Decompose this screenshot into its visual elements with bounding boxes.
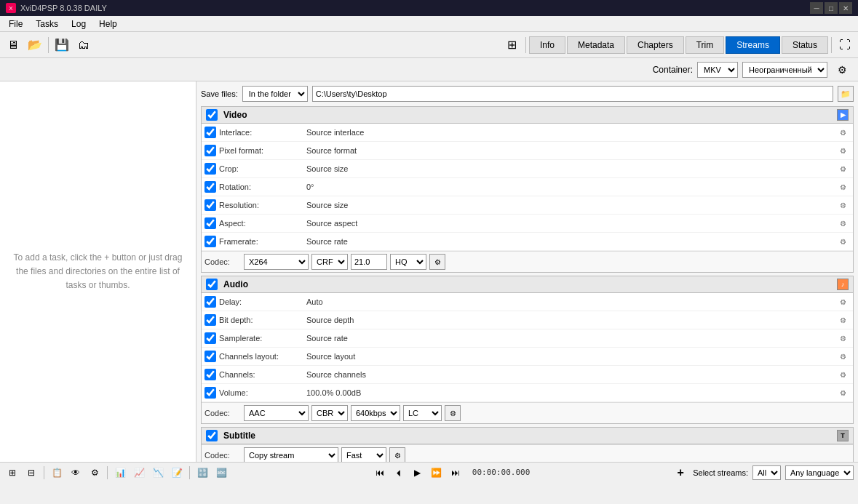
- crop-checkbox[interactable]: [204, 163, 216, 175]
- aspect-settings[interactable]: ⚙: [835, 216, 850, 231]
- aspect-checkbox[interactable]: [204, 217, 216, 229]
- video-codec-settings-button[interactable]: ⚙: [429, 254, 445, 270]
- tab-streams[interactable]: Streams: [726, 36, 780, 54]
- subtitle-preset-select[interactable]: Fast Normal Slow: [341, 447, 386, 462]
- bottom-list-view-button[interactable]: ⊞: [4, 465, 20, 481]
- open-button[interactable]: 📂: [25, 35, 45, 55]
- channels-checkbox[interactable]: [204, 369, 216, 380]
- save-button[interactable]: 💾: [52, 35, 72, 55]
- menu-tasks[interactable]: Tasks: [30, 17, 64, 31]
- video-quality-input[interactable]: [351, 254, 387, 270]
- tab-metadata[interactable]: Metadata: [567, 36, 625, 54]
- video-preset-select[interactable]: HQ Fast Slow: [390, 254, 426, 270]
- crop-label: Crop:: [219, 164, 306, 173]
- view-button[interactable]: ⊞: [502, 35, 523, 55]
- volume-checkbox[interactable]: [204, 387, 216, 399]
- bit-depth-settings[interactable]: ⚙: [835, 313, 850, 327]
- interlace-checkbox[interactable]: [204, 127, 216, 138]
- crop-settings[interactable]: ⚙: [835, 161, 850, 176]
- video-codec-select[interactable]: X264 X265 XVID Copy stream: [244, 254, 309, 270]
- maximize-button[interactable]: □: [825, 2, 838, 14]
- bottom-settings-button[interactable]: ⚙: [87, 465, 103, 481]
- menu-file[interactable]: File: [3, 17, 28, 31]
- video-mode-select[interactable]: CRF CBR VBR: [311, 254, 348, 270]
- channels-layout-checkbox[interactable]: [204, 351, 216, 362]
- play-start-button[interactable]: ⏮: [372, 465, 388, 481]
- bottom-btn8[interactable]: 🔤: [213, 465, 229, 481]
- menu-help[interactable]: Help: [93, 17, 123, 31]
- subtitle-codec-select[interactable]: Copy stream SRT ASS: [244, 447, 338, 462]
- crop-value: Source size: [306, 164, 835, 173]
- audio-bitrate-select[interactable]: 128kbps 192kbps 320kbps 640kbps: [351, 405, 400, 421]
- bottom-thumb-view-button[interactable]: ⊟: [23, 465, 39, 481]
- aspect-label: Aspect:: [219, 219, 306, 228]
- rotation-settings[interactable]: ⚙: [835, 180, 850, 194]
- pixel-format-label: Pixel format:: [219, 146, 306, 155]
- interlace-settings[interactable]: ⚙: [835, 125, 850, 140]
- resolution-checkbox[interactable]: [204, 199, 216, 211]
- bottom-btn4[interactable]: 📈: [131, 465, 147, 481]
- toolbar-sep3: [831, 37, 832, 53]
- tab-bar: Info Metadata Chapters Trim Streams Stat…: [529, 36, 828, 54]
- framerate-checkbox[interactable]: [204, 236, 216, 247]
- pixel-format-settings[interactable]: ⚙: [835, 143, 850, 158]
- samplerate-label: Samplerate:: [219, 334, 306, 343]
- subtitle-codec-label: Codec:: [204, 451, 241, 460]
- bottom-btn3[interactable]: 📊: [112, 465, 128, 481]
- bottom-btn2[interactable]: 👁: [68, 465, 84, 481]
- add-task-button[interactable]: +: [672, 465, 688, 481]
- volume-settings[interactable]: ⚙: [835, 385, 850, 400]
- output-path-input[interactable]: [312, 86, 833, 102]
- container-select[interactable]: MKV MP4 AVI MOV: [697, 62, 738, 78]
- language-select[interactable]: Any language English Russian: [785, 465, 854, 480]
- tab-chapters[interactable]: Chapters: [627, 36, 684, 54]
- bottom-btn1[interactable]: 📋: [49, 465, 65, 481]
- bottom-btn7[interactable]: 🔡: [194, 465, 210, 481]
- resolution-settings[interactable]: ⚙: [835, 198, 850, 212]
- video-section-checkbox[interactable]: [206, 109, 218, 121]
- fullscreen-button[interactable]: ⛶: [835, 35, 855, 55]
- container-settings-button[interactable]: ⚙: [832, 60, 852, 80]
- bit-depth-row: Bit depth: Source depth ⚙: [202, 311, 853, 329]
- audio-codec-settings-button[interactable]: ⚙: [445, 405, 461, 421]
- save-files-select[interactable]: In the folder Near source Custom: [242, 86, 308, 102]
- video-section-header-left: Video: [206, 109, 247, 121]
- channels-layout-settings[interactable]: ⚙: [835, 349, 850, 364]
- audio-section-checkbox[interactable]: [206, 279, 218, 290]
- bottom-btn5[interactable]: 📉: [150, 465, 166, 481]
- audio-profile-select[interactable]: LC HE HEv2: [403, 405, 442, 421]
- browse-button[interactable]: 📁: [838, 86, 854, 102]
- play-next-button[interactable]: ⏩: [429, 465, 445, 481]
- menu-log[interactable]: Log: [65, 17, 92, 31]
- unlimited-select[interactable]: Неограниченный: [742, 62, 827, 78]
- rotation-checkbox[interactable]: [204, 181, 216, 193]
- subtitle-section-checkbox[interactable]: [206, 430, 218, 441]
- subtitle-codec-settings-button[interactable]: ⚙: [389, 447, 405, 462]
- bottom-btn6[interactable]: 📝: [169, 465, 185, 481]
- channels-settings[interactable]: ⚙: [835, 367, 850, 382]
- delay-settings[interactable]: ⚙: [835, 295, 850, 309]
- new-button[interactable]: 🖥: [3, 35, 23, 55]
- play-prev-button[interactable]: ⏴: [391, 465, 407, 481]
- all-streams-select[interactable]: All: [752, 465, 781, 480]
- audio-codec-select[interactable]: AAC MP3 AC3 Copy stream: [244, 405, 309, 421]
- samplerate-checkbox[interactable]: [204, 332, 216, 344]
- bit-depth-checkbox[interactable]: [204, 314, 216, 326]
- save-files-row: Save files: In the folder Near source Cu…: [201, 86, 854, 102]
- samplerate-settings[interactable]: ⚙: [835, 331, 850, 345]
- play-button[interactable]: ▶: [410, 465, 426, 481]
- audio-mode-select[interactable]: CBR VBR: [311, 405, 348, 421]
- minimize-button[interactable]: ─: [810, 2, 823, 14]
- delay-value: Auto: [306, 297, 835, 306]
- audio-codec-row: Codec: AAC MP3 AC3 Copy stream CBR VBR 1…: [202, 402, 853, 423]
- tab-status[interactable]: Status: [782, 36, 828, 54]
- tab-info[interactable]: Info: [529, 36, 565, 54]
- tab-trim[interactable]: Trim: [686, 36, 725, 54]
- play-end-button[interactable]: ⏭: [448, 465, 464, 481]
- subtitle-section-icon: T: [837, 430, 849, 441]
- close-button[interactable]: ✕: [839, 2, 852, 14]
- delay-checkbox[interactable]: [204, 296, 216, 308]
- framerate-settings[interactable]: ⚙: [835, 234, 850, 249]
- save-all-button[interactable]: 🗂: [74, 35, 94, 55]
- pixel-format-checkbox[interactable]: [204, 145, 216, 156]
